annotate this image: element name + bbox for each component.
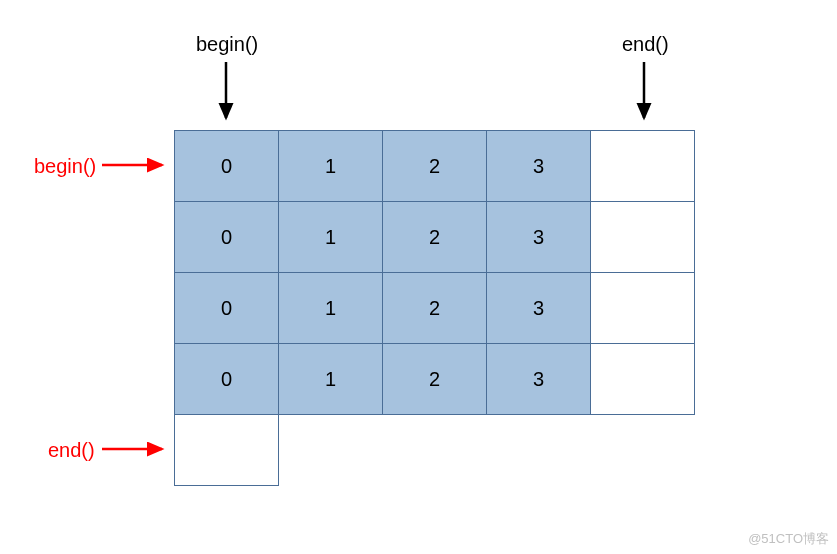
- label-left-end: end(): [48, 440, 95, 460]
- data-cell: 0: [174, 130, 279, 202]
- data-cell: 3: [486, 343, 591, 415]
- data-cell: 1: [278, 343, 383, 415]
- label-top-end: end(): [622, 34, 669, 54]
- data-cell: 2: [382, 201, 487, 273]
- data-cell: 0: [174, 201, 279, 273]
- row-end-sentinel: [590, 343, 695, 415]
- data-cell: 3: [486, 272, 591, 344]
- row-end-sentinel: [590, 201, 695, 273]
- row-end-sentinel: [590, 130, 695, 202]
- data-cell: 1: [278, 130, 383, 202]
- data-cell: 1: [278, 272, 383, 344]
- data-cell: 2: [382, 130, 487, 202]
- row-end-sentinel: [590, 272, 695, 344]
- data-cell: 0: [174, 272, 279, 344]
- data-cell: 1: [278, 201, 383, 273]
- data-cell: 3: [486, 201, 591, 273]
- label-top-begin: begin(): [196, 34, 258, 54]
- outer-end-sentinel: [174, 414, 279, 486]
- data-cell: 3: [486, 130, 591, 202]
- data-cell: 2: [382, 272, 487, 344]
- label-left-begin: begin(): [34, 156, 96, 176]
- data-cell: 0: [174, 343, 279, 415]
- data-cell: 2: [382, 343, 487, 415]
- watermark: @51CTO博客: [748, 530, 829, 548]
